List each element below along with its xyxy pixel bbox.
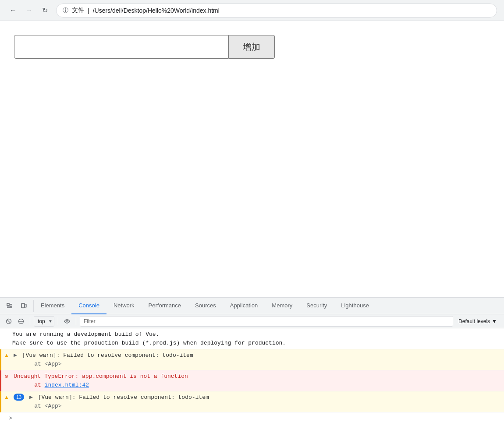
clear-console-button[interactable] [4,316,14,327]
prompt-symbol: > [9,415,12,422]
devtools-tabs: Elements Console Network Performance Sou… [34,298,376,314]
back-button[interactable]: ← [7,4,19,17]
svg-rect-1 [21,303,25,308]
tab-security[interactable]: Security [299,298,334,314]
info-message-text: You are running a development build of V… [12,331,286,346]
security-icon: ⓘ [63,7,68,14]
add-button[interactable]: 增加 [229,35,275,59]
svg-rect-0 [7,303,9,306]
nav-buttons: ← → ↻ [7,4,51,17]
expand-icon-1[interactable]: ▶ [14,352,17,359]
toolbar-divider-3 [76,317,76,325]
warn-sub-2: at <App> [14,403,62,409]
repeat-badge: 13 [14,394,24,401]
svg-point-3 [23,308,24,309]
tab-sources[interactable]: Sources [188,298,223,314]
svg-point-8 [66,320,68,322]
tab-elements[interactable]: Elements [34,298,71,314]
eye-icon-button[interactable] [62,316,72,327]
page-content: 增加 [0,21,504,297]
svg-line-5 [7,320,10,323]
error-sub: at index.html:42 [14,382,89,388]
warn-icon-1: ▲ [5,352,8,360]
block-icon-button[interactable] [16,316,26,327]
warn-message-text-2: [Vue warn]: Failed to resolve component:… [38,394,209,401]
todo-form: 增加 [14,35,490,59]
context-select[interactable]: top [34,316,54,327]
tab-memory[interactable]: Memory [265,298,299,314]
forward-button[interactable]: → [23,4,35,17]
tab-performance[interactable]: Performance [142,298,188,314]
address-separator: | [88,7,89,14]
warn-icon-2: ▲ [5,394,8,402]
browser-chrome: ← → ↻ ⓘ 文件 | /Users/dell/Desktop/Hello%2… [0,0,504,21]
todo-input[interactable] [14,35,229,59]
warn-sub-1: at <App> [14,361,62,367]
svg-rect-2 [25,304,26,307]
filter-input[interactable] [80,316,453,327]
console-message-info: You are running a development build of V… [0,328,504,349]
refresh-button[interactable]: ↻ [39,4,51,17]
chevron-down-icon: ▼ [492,318,497,324]
console-message-warn-repeat: ▲ 13 ▶ [Vue warn]: Failed to resolve com… [0,391,504,412]
tab-network[interactable]: Network [106,298,142,314]
address-path: /Users/dell/Desktop/Hello%20World/index.… [93,7,220,14]
toolbar-divider-2 [58,317,58,325]
console-toolbar: top ▼ Default levels ▼ [0,314,504,328]
address-bar[interactable]: ⓘ 文件 | /Users/dell/Desktop/Hello%20World… [56,4,497,18]
inspect-element-button[interactable] [4,300,16,312]
context-selector-wrapper: top ▼ [34,316,54,327]
devtools-panel: Elements Console Network Performance Sou… [0,297,504,433]
error-message-text: Uncaught TypeError: app.component is not… [14,373,188,380]
console-prompt[interactable]: > [0,412,504,424]
devtools-icon-group [0,300,34,312]
console-message-warn-1: ▲ ▶ [Vue warn]: Failed to resolve compon… [0,349,504,370]
console-message-error: ⊘ Uncaught TypeError: app.component is n… [0,370,504,391]
tab-lighthouse[interactable]: Lighthouse [334,298,376,314]
warn-message-text-1: [Vue warn]: Failed to resolve component:… [22,352,193,359]
tab-console[interactable]: Console [71,298,106,314]
console-messages: You are running a development build of V… [0,328,504,433]
expand-icon-2[interactable]: ▶ [29,394,33,401]
default-levels-button[interactable]: Default levels ▼ [455,316,500,327]
error-link[interactable]: index.html:42 [45,382,89,388]
address-label: 文件 [72,7,84,14]
device-toolbar-button[interactable] [18,300,30,312]
tab-application[interactable]: Application [223,298,265,314]
devtools-toolbar: Elements Console Network Performance Sou… [0,298,504,314]
toolbar-divider [30,317,30,325]
error-icon: ⊘ [5,373,8,381]
